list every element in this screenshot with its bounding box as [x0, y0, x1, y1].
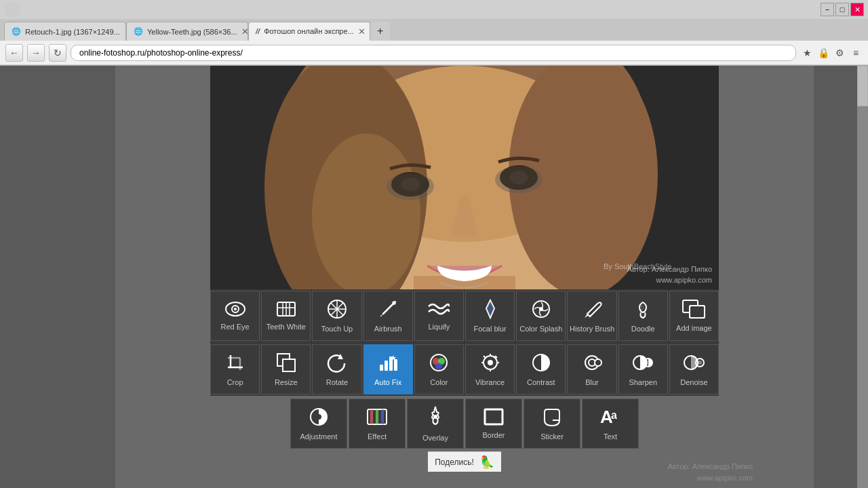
- tool-overlay[interactable]: Overlay: [407, 399, 464, 449]
- rotate-label: Rotate: [326, 378, 348, 386]
- svg-rect-43: [380, 365, 383, 371]
- color-label: Color: [430, 378, 448, 386]
- touch-up-label: Touch Up: [321, 325, 353, 333]
- tool-color[interactable]: Color: [414, 344, 464, 394]
- svg-point-30: [539, 307, 543, 311]
- share-icon[interactable]: 🦜: [479, 455, 494, 470]
- tool-red-eye[interactable]: Red Eye: [210, 291, 260, 341]
- bookmark-icon[interactable]: ★: [800, 47, 814, 58]
- refresh-button[interactable]: ↻: [49, 44, 66, 62]
- minimize-button[interactable]: −: [821, 3, 834, 16]
- airbrush-icon: [378, 299, 398, 322]
- doodle-label: Doodle: [631, 325, 655, 333]
- tool-focal-blur[interactable]: Focal blur: [465, 291, 515, 341]
- eye-icon: [225, 301, 245, 320]
- vibrance-label: Vibrance: [475, 378, 505, 386]
- tool-rotate[interactable]: Rotate: [312, 344, 361, 394]
- tool-auto-fix[interactable]: Auto Fix: [363, 344, 413, 394]
- svg-point-7: [312, 134, 420, 289]
- left-panel: [0, 66, 115, 488]
- teeth-white-label: Teeth White: [267, 323, 306, 331]
- scrollbar[interactable]: [857, 66, 868, 488]
- window-controls: − □ ✕: [821, 3, 864, 16]
- tool-text[interactable]: A a Text: [582, 399, 639, 449]
- tool-border[interactable]: Border: [465, 399, 522, 449]
- add-image-icon: [682, 300, 705, 321]
- bottom-tools: Adjustment Effect Overlay: [290, 396, 639, 451]
- tab-icon2: 🌐: [134, 27, 143, 36]
- border-label: Border: [482, 431, 505, 439]
- effect-label: Effect: [368, 432, 387, 441]
- svg-point-68: [698, 361, 702, 365]
- tool-add-image[interactable]: Add image: [669, 291, 719, 341]
- right-panel: [814, 66, 868, 488]
- tool-adjustment[interactable]: Adjustment: [290, 399, 347, 449]
- svg-rect-44: [384, 361, 388, 371]
- title-bar: − □ ✕: [0, 0, 868, 19]
- resize-label: Resize: [275, 378, 298, 386]
- tool-liquify[interactable]: Liquify: [414, 291, 464, 341]
- focal-blur-label: Focal blur: [473, 325, 506, 333]
- scrollbar-thumb[interactable]: [857, 66, 868, 106]
- svg-rect-72: [370, 409, 373, 424]
- photo-svg: By SouthBeachStyle: [210, 66, 719, 289]
- contrast-icon: [531, 352, 551, 375]
- tool-vibrance[interactable]: Vibrance: [465, 344, 515, 394]
- svg-point-51: [435, 363, 442, 369]
- tool-effect[interactable]: Effect: [349, 399, 406, 449]
- tool-blur[interactable]: Blur: [567, 344, 616, 394]
- tool-denoise[interactable]: Denoise: [669, 344, 719, 394]
- forward-button[interactable]: →: [27, 44, 45, 62]
- effect-icon: [366, 407, 388, 430]
- extension-icon[interactable]: ⚙: [833, 47, 846, 58]
- tool-doodle[interactable]: ♡ Doodle: [618, 291, 668, 341]
- svg-rect-76: [485, 409, 502, 424]
- tab-photoshop[interactable]: // Фотошоп онлайн экспре... ✕: [248, 22, 370, 41]
- credit-watermark: Автор: Александр Пипко www.apipko.com: [668, 461, 753, 483]
- tab-retouch[interactable]: 🌐 Retouch-1.jpg (1367×1249... ✕: [4, 22, 126, 41]
- tool-sticker[interactable]: Sticker: [524, 399, 580, 449]
- close-button[interactable]: ✕: [850, 3, 864, 16]
- tab-close-icon3[interactable]: ✕: [358, 26, 366, 37]
- text-icon: A a: [599, 407, 622, 430]
- tool-airbrush[interactable]: Airbrush: [363, 291, 413, 341]
- address-bar[interactable]: [71, 45, 796, 61]
- liquify-icon: [427, 301, 450, 320]
- blur-label: Blur: [585, 378, 599, 386]
- color-icon: [429, 352, 449, 375]
- rotate-icon: [327, 352, 347, 375]
- resize-icon: [276, 352, 296, 375]
- tool-teeth-white[interactable]: Teeth White: [261, 291, 311, 341]
- tools-row-1: Red Eye Teeth White Touch Up: [210, 289, 719, 342]
- tool-touch-up[interactable]: Touch Up: [312, 291, 361, 341]
- history-brush-label: History Brush: [570, 325, 614, 333]
- maximize-button[interactable]: □: [835, 3, 849, 16]
- tool-color-splash[interactable]: Color Splash: [516, 291, 566, 341]
- tab-close-icon2[interactable]: ✕: [241, 26, 248, 37]
- sticker-label: Sticker: [540, 432, 564, 441]
- tool-history-brush[interactable]: History Brush: [567, 291, 616, 341]
- svg-text:By SouthBeachStyle: By SouthBeachStyle: [604, 262, 671, 270]
- tab-icon3: //: [256, 27, 260, 35]
- browser-chrome: − □ ✕ 🌐 Retouch-1.jpg (1367×1249... ✕ 🌐 …: [0, 0, 868, 66]
- share-label: Поделись!: [435, 458, 474, 467]
- tool-sharpen[interactable]: Sharpen: [618, 344, 668, 394]
- back-button[interactable]: ←: [5, 44, 23, 62]
- main-area: By SouthBeachStyle Автор: Александр Пипк…: [0, 66, 868, 488]
- tool-resize[interactable]: Resize: [261, 344, 311, 394]
- svg-text:a: a: [611, 409, 617, 421]
- tool-crop[interactable]: Crop: [210, 344, 260, 394]
- photo-container: By SouthBeachStyle Автор: Александр Пипк…: [210, 66, 719, 396]
- tool-contrast[interactable]: Contrast: [516, 344, 566, 394]
- border-icon: [484, 408, 504, 428]
- svg-point-59: [488, 360, 493, 365]
- teeth-icon: [276, 301, 296, 320]
- canvas-area: By SouthBeachStyle Автор: Александр Пипк…: [115, 66, 814, 488]
- browser-logo-icon: [4, 1, 20, 18]
- adjustment-label: Adjustment: [300, 432, 337, 441]
- tab-yellow-teeth[interactable]: 🌐 Yellow-Teeth.jpg (586×36... ✕: [126, 22, 248, 41]
- tab-new[interactable]: +: [370, 22, 390, 41]
- svg-rect-46: [394, 359, 397, 371]
- menu-icon[interactable]: ≡: [849, 47, 863, 58]
- stats-icon[interactable]: 🔒: [816, 47, 830, 58]
